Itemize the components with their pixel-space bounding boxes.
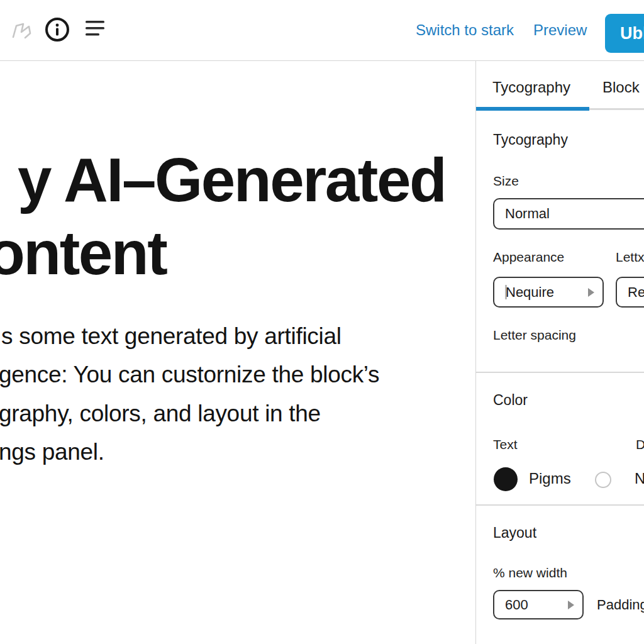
heading-line: y AI–Generated [18,149,445,211]
panel-title-layout: Layout [493,525,536,541]
secondary-color-swatch-label: N [635,470,644,487]
publish-button[interactable]: Ubk [605,14,644,53]
paragraph-line: gence: You can custornize the block’s [0,363,379,386]
color-text-label: Text [493,437,518,452]
letter-spacing-label: Letter spacing [493,328,576,343]
chevron-right-icon [588,288,594,297]
appearance-label: Appearance [493,250,564,265]
list-view-icon[interactable] [84,19,107,38]
appearance-select-value: Nequire [506,284,554,301]
paragraph-line: s some text generated by artificial [1,325,341,348]
width-label: % new width [493,565,567,580]
tab-typography[interactable]: Tycography [492,79,570,96]
letter-select-value: Re [628,284,644,301]
preview-link[interactable]: Preview [533,21,587,39]
padding-label: Padding [597,597,644,613]
appearance-select[interactable]: Nequire [493,277,604,308]
width-input[interactable]: 600 [493,590,584,619]
letter-select[interactable]: Re [616,277,644,308]
section-divider [476,372,644,373]
switch-to-stark-link[interactable]: Switch to stark [416,21,514,39]
settings-sidebar: Tycography Block Tycography Size Normal … [475,61,644,644]
tab-block[interactable]: Block [602,79,640,96]
inactive-tab-underline [589,108,644,110]
section-divider [476,504,644,506]
publish-button-label: Ubk [620,24,644,43]
color-right-label: D [636,437,644,452]
text-color-swatch-label: Pigms [529,470,571,487]
size-select[interactable]: Normal [493,198,644,230]
undo-arrows-icon[interactable] [9,17,34,42]
size-select-value: Normal [505,206,550,222]
heading-line: ontent [0,222,166,284]
panel-title-typography: Tycography [493,131,568,148]
top-toolbar: Switch to stark Preview Ubk [0,0,644,61]
size-label: Size [493,174,519,189]
editor-canvas: y AI–Generated ontent s some text genera… [0,61,475,644]
paragraph-line: ngs panel. [0,440,104,464]
width-input-value: 600 [505,597,528,613]
paragraph-line: graphy, colors, and layout in the [0,402,321,425]
active-tab-underline [476,107,589,111]
text-color-swatch[interactable] [494,467,518,491]
editor-window: Switch to stark Preview Ubk y AI–Generat… [0,0,644,644]
letter-label: Lettx [616,250,644,265]
info-icon[interactable] [44,16,70,43]
chevron-right-icon [568,601,574,609]
panel-title-color: Color [493,392,528,409]
secondary-color-swatch[interactable] [595,472,611,488]
